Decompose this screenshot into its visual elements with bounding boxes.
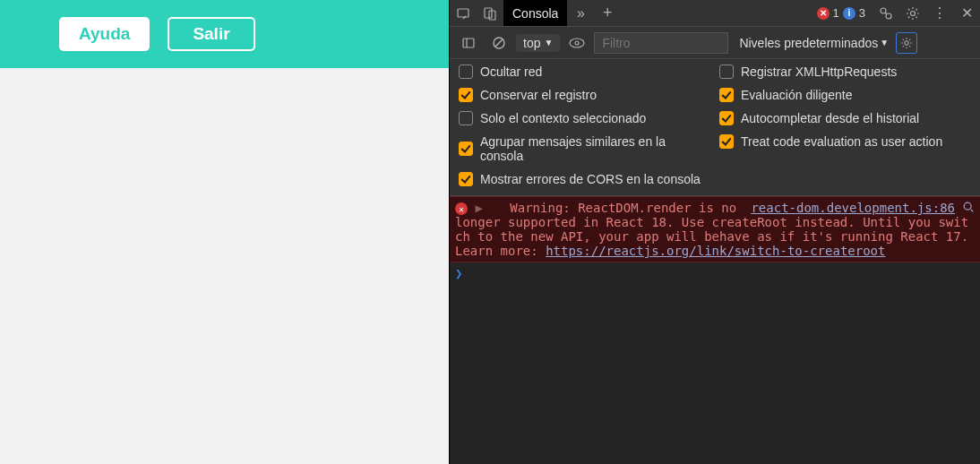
- settings-checkbox[interactable]: Autocompletar desde el historial: [719, 111, 971, 125]
- devtools-tabbar: Consola » + ✕1 i3 ⋮ ✕: [450, 0, 980, 27]
- chevron-down-icon: ▼: [544, 38, 553, 47]
- checkbox-label: Evaluación diligente: [741, 88, 853, 102]
- error-source-link[interactable]: react-dom.development.js:86: [751, 201, 955, 215]
- sidebar-toggle-icon[interactable]: [455, 27, 482, 58]
- context-selector[interactable]: top ▼: [516, 34, 560, 52]
- svg-rect-0: [458, 9, 469, 17]
- settings-checkbox[interactable]: Conservar el registro: [459, 88, 710, 102]
- checkbox-box[interactable]: [459, 64, 473, 79]
- console-toolbar: top ▼ Niveles predeterminados ▼: [450, 27, 980, 59]
- devtools-panel: Consola » + ✕1 i3 ⋮ ✕ top ▼: [449, 0, 980, 464]
- magnify-icon[interactable]: [962, 201, 975, 213]
- checkbox-label: Registrar XMLHttpRequests: [741, 64, 897, 79]
- checkbox-box[interactable]: [459, 142, 473, 156]
- checkbox-label: Conservar el registro: [480, 88, 597, 102]
- close-devtools-icon[interactable]: ✕: [953, 0, 980, 26]
- checkbox-label: Agrupar mensajes similares en la consola: [480, 134, 710, 163]
- levels-label: Niveles predeterminados: [739, 36, 878, 50]
- checkbox-label: Autocompletar desde el historial: [741, 111, 919, 125]
- help-button[interactable]: Ayuda: [59, 17, 150, 51]
- settings-checkbox[interactable]: Agrupar mensajes similares en la consola: [459, 134, 710, 163]
- checkbox-box[interactable]: [719, 64, 734, 79]
- more-tabs-icon[interactable]: »: [567, 0, 594, 26]
- exit-button[interactable]: Salir: [168, 17, 254, 51]
- info-counter[interactable]: i3: [843, 6, 865, 20]
- checkbox-label: Treat code evaluation as user action: [741, 134, 942, 149]
- settings-checkbox[interactable]: Mostrar errores de CORS en la consola: [459, 172, 710, 186]
- add-tab-icon[interactable]: +: [594, 0, 621, 26]
- checkbox-box[interactable]: [459, 111, 473, 125]
- app-page: Ayuda Salir: [0, 0, 449, 464]
- console-prompt[interactable]: ❯: [450, 262, 980, 284]
- info-count: 3: [859, 6, 865, 20]
- clear-console-icon[interactable]: [486, 27, 512, 58]
- error-learn-more-link[interactable]: https://reactjs.org/link/switch-to-creat…: [546, 244, 885, 258]
- settings-checkbox[interactable]: Treat code evaluation as user action: [719, 134, 971, 149]
- filter-input[interactable]: [594, 32, 728, 54]
- svg-point-10: [570, 39, 584, 47]
- checkbox-box[interactable]: [719, 88, 734, 102]
- error-counter[interactable]: ✕1: [817, 6, 839, 20]
- checkbox-box[interactable]: [719, 134, 734, 149]
- svg-point-13: [964, 202, 971, 210]
- error-count: 1: [833, 6, 839, 20]
- svg-point-5: [911, 11, 916, 15]
- app-header: Ayuda Salir: [0, 0, 449, 68]
- device-icon[interactable]: [477, 0, 503, 26]
- settings-checkbox[interactable]: Evaluación diligente: [719, 88, 971, 102]
- settings-checkbox[interactable]: Registrar XMLHttpRequests: [719, 64, 971, 79]
- console-settings-gear-icon[interactable]: [896, 32, 917, 54]
- svg-line-14: [971, 210, 974, 212]
- kebab-menu-icon[interactable]: ⋮: [926, 0, 953, 26]
- svg-rect-6: [463, 39, 474, 47]
- checkbox-box[interactable]: [459, 88, 473, 102]
- svg-point-12: [905, 40, 908, 44]
- checkbox-label: Mostrar errores de CORS en la consola: [480, 172, 701, 186]
- checkbox-box[interactable]: [719, 111, 734, 125]
- settings-checkbox[interactable]: Solo el contexto seleccionado: [459, 111, 710, 125]
- tab-console[interactable]: Consola: [503, 0, 567, 26]
- settings-gear-icon[interactable]: [899, 0, 926, 26]
- checkbox-box[interactable]: [459, 172, 473, 186]
- inspect-icon[interactable]: [450, 0, 477, 26]
- svg-rect-1: [485, 8, 492, 18]
- issues-icon[interactable]: [873, 0, 899, 26]
- svg-line-9: [495, 39, 503, 47]
- chevron-down-icon: ▼: [880, 38, 889, 47]
- console-settings-panel: Ocultar redConservar el registroSolo el …: [450, 59, 980, 196]
- live-expression-icon[interactable]: [563, 27, 590, 58]
- svg-point-11: [575, 41, 579, 45]
- console-error-row[interactable]: ✕ ▶ react-dom.development.js:86 Warning:…: [450, 196, 980, 262]
- console-output: ✕ ▶ react-dom.development.js:86 Warning:…: [450, 196, 980, 464]
- checkbox-label: Ocultar red: [480, 64, 542, 79]
- checkbox-label: Solo el contexto seleccionado: [480, 111, 646, 125]
- log-levels-selector[interactable]: Niveles predeterminados ▼: [735, 36, 892, 50]
- context-label: top: [523, 36, 540, 50]
- error-badge-icon: ✕: [455, 202, 468, 215]
- expand-triangle-icon[interactable]: ▶: [475, 201, 482, 215]
- settings-checkbox[interactable]: Ocultar red: [459, 64, 710, 79]
